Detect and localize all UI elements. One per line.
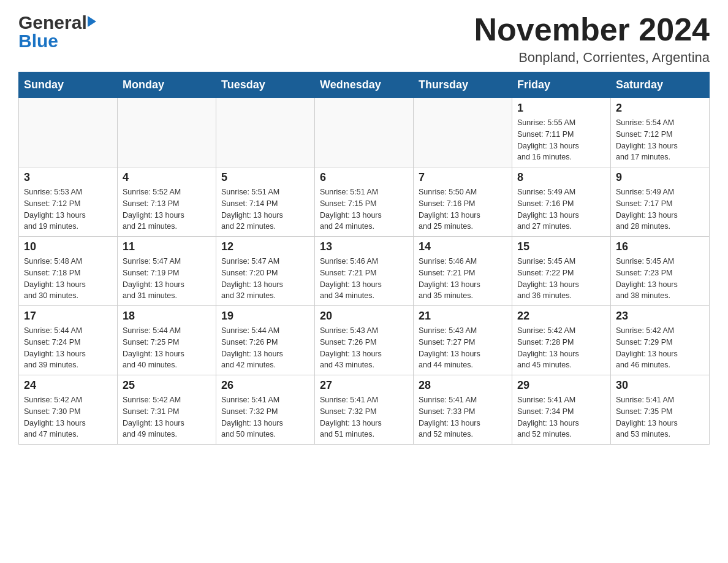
calendar-cell: 1Sunrise: 5:55 AM Sunset: 7:11 PM Daylig… bbox=[512, 98, 611, 167]
day-number: 20 bbox=[320, 310, 408, 323]
day-number: 18 bbox=[123, 310, 211, 323]
day-info: Sunrise: 5:41 AM Sunset: 7:32 PM Dayligh… bbox=[320, 394, 408, 440]
logo: General Blue bbox=[18, 12, 96, 52]
calendar-cell: 28Sunrise: 5:41 AM Sunset: 7:33 PM Dayli… bbox=[414, 375, 512, 445]
calendar-week-row: 3Sunrise: 5:53 AM Sunset: 7:12 PM Daylig… bbox=[19, 167, 710, 237]
calendar-week-row: 10Sunrise: 5:48 AM Sunset: 7:18 PM Dayli… bbox=[19, 237, 710, 306]
calendar-cell bbox=[315, 98, 414, 167]
day-info: Sunrise: 5:54 AM Sunset: 7:12 PM Dayligh… bbox=[616, 117, 704, 163]
day-number: 22 bbox=[517, 310, 605, 323]
calendar-cell: 6Sunrise: 5:51 AM Sunset: 7:15 PM Daylig… bbox=[315, 167, 414, 237]
calendar-cell: 13Sunrise: 5:46 AM Sunset: 7:21 PM Dayli… bbox=[315, 237, 414, 306]
logo-general-text: General bbox=[18, 12, 87, 33]
calendar-cell: 19Sunrise: 5:44 AM Sunset: 7:26 PM Dayli… bbox=[216, 306, 315, 375]
calendar-cell bbox=[414, 98, 512, 167]
day-number: 9 bbox=[616, 171, 704, 184]
day-info: Sunrise: 5:51 AM Sunset: 7:15 PM Dayligh… bbox=[320, 186, 408, 232]
day-info: Sunrise: 5:46 AM Sunset: 7:21 PM Dayligh… bbox=[419, 256, 507, 302]
title-block: November 2024 Bonpland, Corrientes, Arge… bbox=[474, 12, 710, 66]
calendar-table: SundayMondayTuesdayWednesdayThursdayFrid… bbox=[18, 72, 710, 445]
calendar-cell: 8Sunrise: 5:49 AM Sunset: 7:16 PM Daylig… bbox=[512, 167, 611, 237]
day-info: Sunrise: 5:44 AM Sunset: 7:25 PM Dayligh… bbox=[123, 325, 211, 371]
day-info: Sunrise: 5:44 AM Sunset: 7:24 PM Dayligh… bbox=[24, 325, 112, 371]
calendar-week-row: 24Sunrise: 5:42 AM Sunset: 7:30 PM Dayli… bbox=[19, 375, 710, 445]
day-info: Sunrise: 5:42 AM Sunset: 7:29 PM Dayligh… bbox=[616, 325, 704, 371]
day-number: 17 bbox=[24, 310, 112, 323]
calendar-week-row: 1Sunrise: 5:55 AM Sunset: 7:11 PM Daylig… bbox=[19, 98, 710, 167]
month-title: November 2024 bbox=[474, 12, 710, 47]
calendar-cell: 11Sunrise: 5:47 AM Sunset: 7:19 PM Dayli… bbox=[118, 237, 216, 306]
calendar-cell: 12Sunrise: 5:47 AM Sunset: 7:20 PM Dayli… bbox=[216, 237, 315, 306]
day-info: Sunrise: 5:42 AM Sunset: 7:28 PM Dayligh… bbox=[517, 325, 605, 371]
day-info: Sunrise: 5:53 AM Sunset: 7:12 PM Dayligh… bbox=[24, 186, 112, 232]
calendar-cell bbox=[118, 98, 216, 167]
day-info: Sunrise: 5:46 AM Sunset: 7:21 PM Dayligh… bbox=[320, 256, 408, 302]
day-number: 11 bbox=[123, 240, 211, 253]
day-info: Sunrise: 5:42 AM Sunset: 7:30 PM Dayligh… bbox=[24, 394, 112, 440]
day-info: Sunrise: 5:47 AM Sunset: 7:20 PM Dayligh… bbox=[221, 256, 309, 302]
day-number: 6 bbox=[320, 171, 408, 184]
day-number: 27 bbox=[320, 379, 408, 392]
day-number: 7 bbox=[419, 171, 507, 184]
day-number: 29 bbox=[517, 379, 605, 392]
day-number: 12 bbox=[221, 240, 309, 253]
day-info: Sunrise: 5:41 AM Sunset: 7:35 PM Dayligh… bbox=[616, 394, 704, 440]
calendar-cell: 23Sunrise: 5:42 AM Sunset: 7:29 PM Dayli… bbox=[611, 306, 710, 375]
calendar-cell: 18Sunrise: 5:44 AM Sunset: 7:25 PM Dayli… bbox=[118, 306, 216, 375]
day-number: 24 bbox=[24, 379, 112, 392]
day-number: 25 bbox=[123, 379, 211, 392]
day-number: 21 bbox=[419, 310, 507, 323]
day-number: 2 bbox=[616, 102, 704, 115]
day-number: 19 bbox=[221, 310, 309, 323]
weekday-header-saturday: Saturday bbox=[611, 72, 710, 98]
weekday-header-tuesday: Tuesday bbox=[216, 72, 315, 98]
day-number: 4 bbox=[123, 171, 211, 184]
calendar-cell: 25Sunrise: 5:42 AM Sunset: 7:31 PM Dayli… bbox=[118, 375, 216, 445]
day-number: 10 bbox=[24, 240, 112, 253]
calendar-cell: 27Sunrise: 5:41 AM Sunset: 7:32 PM Dayli… bbox=[315, 375, 414, 445]
logo-arrow-icon bbox=[88, 16, 96, 27]
calendar-cell: 16Sunrise: 5:45 AM Sunset: 7:23 PM Dayli… bbox=[611, 237, 710, 306]
weekday-header-monday: Monday bbox=[118, 72, 216, 98]
calendar-cell: 2Sunrise: 5:54 AM Sunset: 7:12 PM Daylig… bbox=[611, 98, 710, 167]
day-info: Sunrise: 5:43 AM Sunset: 7:27 PM Dayligh… bbox=[419, 325, 507, 371]
day-info: Sunrise: 5:42 AM Sunset: 7:31 PM Dayligh… bbox=[123, 394, 211, 440]
day-number: 8 bbox=[517, 171, 605, 184]
day-number: 14 bbox=[419, 240, 507, 253]
day-info: Sunrise: 5:41 AM Sunset: 7:32 PM Dayligh… bbox=[221, 394, 309, 440]
day-info: Sunrise: 5:41 AM Sunset: 7:34 PM Dayligh… bbox=[517, 394, 605, 440]
calendar-cell: 9Sunrise: 5:49 AM Sunset: 7:17 PM Daylig… bbox=[611, 167, 710, 237]
day-number: 13 bbox=[320, 240, 408, 253]
page-header: General Blue November 2024 Bonpland, Cor… bbox=[18, 12, 710, 66]
day-info: Sunrise: 5:49 AM Sunset: 7:16 PM Dayligh… bbox=[517, 186, 605, 232]
calendar-cell: 14Sunrise: 5:46 AM Sunset: 7:21 PM Dayli… bbox=[414, 237, 512, 306]
day-info: Sunrise: 5:51 AM Sunset: 7:14 PM Dayligh… bbox=[221, 186, 309, 232]
calendar-cell: 10Sunrise: 5:48 AM Sunset: 7:18 PM Dayli… bbox=[19, 237, 118, 306]
calendar-cell bbox=[216, 98, 315, 167]
calendar-cell bbox=[19, 98, 118, 167]
location-text: Bonpland, Corrientes, Argentina bbox=[474, 50, 710, 66]
calendar-cell: 4Sunrise: 5:52 AM Sunset: 7:13 PM Daylig… bbox=[118, 167, 216, 237]
day-info: Sunrise: 5:45 AM Sunset: 7:22 PM Dayligh… bbox=[517, 256, 605, 302]
day-number: 3 bbox=[24, 171, 112, 184]
day-number: 15 bbox=[517, 240, 605, 253]
day-number: 5 bbox=[221, 171, 309, 184]
day-info: Sunrise: 5:48 AM Sunset: 7:18 PM Dayligh… bbox=[24, 256, 112, 302]
calendar-header-row: SundayMondayTuesdayWednesdayThursdayFrid… bbox=[19, 72, 710, 98]
calendar-cell: 22Sunrise: 5:42 AM Sunset: 7:28 PM Dayli… bbox=[512, 306, 611, 375]
calendar-cell: 30Sunrise: 5:41 AM Sunset: 7:35 PM Dayli… bbox=[611, 375, 710, 445]
day-info: Sunrise: 5:47 AM Sunset: 7:19 PM Dayligh… bbox=[123, 256, 211, 302]
weekday-header-friday: Friday bbox=[512, 72, 611, 98]
day-info: Sunrise: 5:43 AM Sunset: 7:26 PM Dayligh… bbox=[320, 325, 408, 371]
calendar-cell: 29Sunrise: 5:41 AM Sunset: 7:34 PM Dayli… bbox=[512, 375, 611, 445]
weekday-header-sunday: Sunday bbox=[19, 72, 118, 98]
day-number: 23 bbox=[616, 310, 704, 323]
day-info: Sunrise: 5:45 AM Sunset: 7:23 PM Dayligh… bbox=[616, 256, 704, 302]
day-number: 1 bbox=[517, 102, 605, 115]
logo-blue-text: Blue bbox=[18, 31, 58, 52]
calendar-cell: 21Sunrise: 5:43 AM Sunset: 7:27 PM Dayli… bbox=[414, 306, 512, 375]
day-number: 30 bbox=[616, 379, 704, 392]
calendar-cell: 15Sunrise: 5:45 AM Sunset: 7:22 PM Dayli… bbox=[512, 237, 611, 306]
day-info: Sunrise: 5:44 AM Sunset: 7:26 PM Dayligh… bbox=[221, 325, 309, 371]
calendar-cell: 3Sunrise: 5:53 AM Sunset: 7:12 PM Daylig… bbox=[19, 167, 118, 237]
